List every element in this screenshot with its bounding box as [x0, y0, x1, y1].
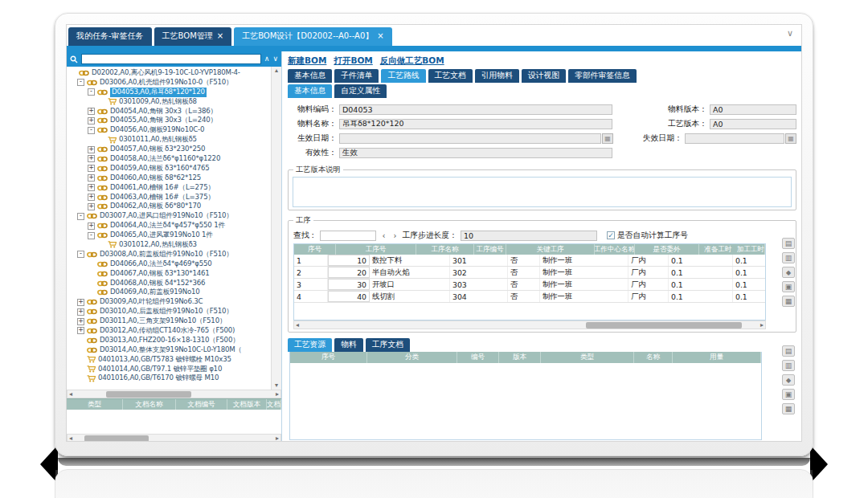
material-version-field[interactable]: [710, 104, 796, 115]
expand-toggle-icon[interactable]: [88, 117, 95, 124]
tree-vscroll[interactable]: ▴ ▾: [271, 67, 281, 390]
tree-item[interactable]: D03006,A0,机壳组件919No10-0（F510）: [67, 78, 270, 88]
square-icon[interactable]: [782, 403, 795, 414]
expand-toggle-icon[interactable]: [88, 88, 95, 96]
effective-date-field[interactable]: [339, 133, 601, 144]
resource-tab[interactable]: 物料: [334, 338, 363, 352]
tree-item[interactable]: D04063,A0,槽钢 16#（L=375）: [67, 193, 270, 202]
tree-item[interactable]: D04054,A0,角钢 30x3（L=386）: [67, 107, 270, 116]
action-link[interactable]: 反向做工艺BOM: [380, 55, 444, 67]
process-row[interactable]: 3 30 开坡口 303 否 制作一班 厂内 0.1 0.1: [294, 279, 765, 291]
expand-toggle-icon[interactable]: [77, 79, 84, 86]
tree-search-input[interactable]: [81, 54, 261, 64]
expand-toggle-icon[interactable]: [77, 213, 84, 220]
process-row[interactable]: 1 10 数控下料 301 否 制作一班 厂内 0.1 0.1: [294, 255, 765, 267]
expand-toggle-icon[interactable]: [88, 174, 95, 182]
detail-tab[interactable]: 引用物料: [475, 69, 519, 83]
expand-toggle-icon[interactable]: [88, 165, 95, 172]
square-icon[interactable]: [782, 389, 795, 400]
validity-field[interactable]: [339, 148, 612, 158]
expand-toggle-icon[interactable]: [88, 194, 95, 201]
cell-op-number[interactable]: 30: [328, 279, 370, 290]
expand-all-icon[interactable]: ∨: [272, 55, 278, 63]
expand-toggle-icon[interactable]: [88, 222, 95, 230]
tree-item[interactable]: D04058,A0,法兰δ6*φ1160*φ1220: [67, 154, 270, 164]
stamp-icon[interactable]: [782, 374, 795, 386]
expire-date-field[interactable]: [685, 133, 784, 144]
action-link[interactable]: 打开BOM: [334, 55, 372, 67]
tree-item[interactable]: D04056,A0,侧板919No10C-0: [67, 125, 270, 135]
detail-tab[interactable]: 零部件审签信息: [568, 69, 637, 83]
cell-op-number[interactable]: 10: [328, 255, 370, 266]
process-row[interactable]: 4 40 线切割 304 否 制作一班 厂内 0.1 0.1: [294, 291, 765, 303]
sub-tab[interactable]: 基本信息: [288, 84, 332, 98]
collapse-all-icon[interactable]: ∧: [264, 55, 270, 63]
tree-item[interactable]: D02002,A0,离心风机9-19-10C-L0-YVP180M-4-: [67, 68, 270, 78]
tree-item[interactable]: 0401014,A0,GB/T97.1 镀锌平垫圈 φ10: [67, 365, 270, 374]
tree-item[interactable]: D04064,A0,法兰δ4*φ457*φ550 1件: [67, 221, 270, 231]
find-input[interactable]: [320, 231, 376, 241]
stamp-icon[interactable]: [782, 267, 795, 278]
resource-tab[interactable]: 工艺资源: [288, 338, 332, 352]
close-icon[interactable]: ×: [377, 33, 383, 39]
tree-item[interactable]: D04067,A0,钢板 δ3*130*1461: [67, 269, 270, 279]
detail-tab[interactable]: 设计视图: [522, 69, 566, 83]
expand-toggle-icon[interactable]: [88, 203, 95, 210]
tree-item[interactable]: D03010,A0,后盖板组件919No10（F510）: [67, 307, 270, 316]
document-hscroll[interactable]: ◂ ▸: [67, 434, 281, 442]
tree-item[interactable]: D03014,A0,整体支架919No10C-L0-Y180M（: [67, 345, 270, 355]
find-next-icon[interactable]: ›: [391, 231, 399, 240]
chevron-down-icon[interactable]: ∨: [787, 28, 793, 39]
detail-tab[interactable]: 子件清单: [334, 69, 379, 83]
square-icon[interactable]: [782, 281, 795, 292]
expand-toggle-icon[interactable]: [77, 251, 84, 258]
tree-item[interactable]: D03012,A0,传动组CT140水冷-765（F500): [67, 326, 270, 336]
expand-toggle-icon[interactable]: [88, 108, 95, 115]
expand-toggle-icon[interactable]: [88, 127, 95, 134]
process-hscroll[interactable]: ◂ ▸: [293, 320, 766, 329]
scroll-right-icon[interactable]: ▸: [276, 435, 279, 442]
material-name-field[interactable]: [339, 119, 612, 129]
printer-icon[interactable]: [782, 252, 795, 263]
step-length-field[interactable]: [461, 231, 597, 241]
tree-item[interactable]: D04060,A0,钢板 δ8*62*125: [67, 173, 270, 183]
action-link[interactable]: 新建BOM: [288, 55, 326, 67]
tree-item[interactable]: D04059,A0,钢板 δ3*160*4765: [67, 164, 270, 173]
tree-item[interactable]: 0401013,A0,GB/T5783 镀锌螺栓 M10x35: [67, 355, 270, 365]
tree-item[interactable]: D04053,A0,吊耳δ8*120*120: [67, 88, 270, 97]
expand-toggle-icon[interactable]: [88, 232, 95, 239]
grid-icon[interactable]: [782, 238, 795, 249]
scroll-right-icon[interactable]: ▸: [760, 322, 764, 329]
resource-tab[interactable]: 工序文档: [366, 338, 410, 352]
tree-item[interactable]: D04066,A0,法兰δ4*φ469*φ550: [67, 259, 270, 269]
printer-icon[interactable]: [782, 360, 795, 371]
detail-tab[interactable]: 工艺文档: [428, 69, 473, 83]
tree-item[interactable]: D04062,A0,钢板 δ6*80*170: [67, 202, 270, 211]
calendar-icon[interactable]: ▦: [602, 133, 613, 144]
cell-op-number[interactable]: 20: [328, 267, 370, 278]
tree-item[interactable]: D03013,A0,FHZ200-16×18-1310（F500）: [67, 336, 270, 345]
square-icon[interactable]: [782, 296, 795, 307]
scroll-right-icon[interactable]: ▸: [276, 391, 279, 398]
tree-item[interactable]: D04061,A0,槽钢 16#（L=275）: [67, 183, 270, 193]
scroll-left-icon[interactable]: ◂: [296, 322, 299, 329]
expand-toggle-icon[interactable]: [77, 318, 84, 325]
tree-item[interactable]: D04065,A0,进风罩919No10 1件: [67, 231, 270, 240]
find-prev-icon[interactable]: ‹: [379, 231, 387, 240]
scroll-left-icon[interactable]: ◂: [69, 391, 72, 398]
close-icon[interactable]: ×: [217, 33, 223, 39]
auto-number-checkbox[interactable]: ✓: [607, 231, 615, 239]
tree-hscroll[interactable]: ◂ ▸: [67, 390, 281, 398]
tree-item[interactable]: D04068,A0,钢板 δ4*152*366: [67, 279, 270, 288]
tree-item[interactable]: D03008,A0,前盖板组件919No10（F510）: [67, 250, 270, 259]
sub-tab[interactable]: 自定义属性: [334, 84, 387, 98]
tree-item[interactable]: 0301011,A0,热轧钢板δ5: [67, 135, 270, 145]
tree-item[interactable]: D04057,A0,钢板 δ3*230*250: [67, 145, 270, 154]
process-hscroll-thumb[interactable]: [586, 322, 741, 329]
expand-toggle-icon[interactable]: [77, 299, 84, 306]
process-version-field[interactable]: [710, 119, 796, 129]
window-tab[interactable]: 工艺BOM管理 ×: [154, 27, 232, 46]
scroll-up-icon[interactable]: ▴: [275, 67, 278, 74]
expand-toggle-icon[interactable]: [88, 184, 95, 191]
expand-toggle-icon[interactable]: [77, 308, 84, 316]
